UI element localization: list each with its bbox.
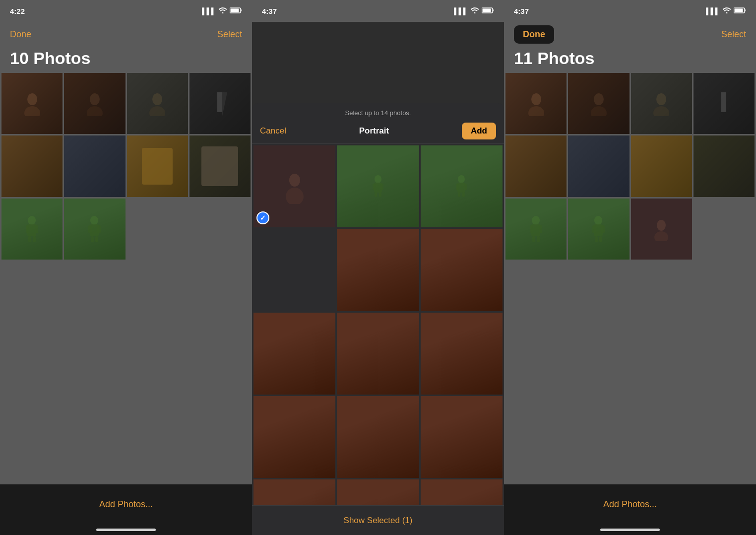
svg-rect-58 [592,225,596,233]
right-done-button[interactable]: Done [514,25,554,44]
show-selected-button[interactable]: Show Selected (1) [344,516,413,526]
svg-point-34 [458,175,465,183]
svg-rect-36 [456,184,459,190]
right-photo-9[interactable] [505,199,567,260]
middle-status-icons: ▌▌▌ [454,7,494,15]
svg-point-46 [591,106,607,116]
right-photo-11[interactable] [631,199,692,260]
right-home-bar [600,529,660,531]
svg-rect-13 [26,225,29,233]
svg-rect-22 [95,236,98,242]
right-status-icons: ▌▌▌ [706,7,746,15]
svg-point-11 [28,216,36,225]
left-photo-3[interactable] [127,73,188,134]
svg-rect-15 [28,236,31,242]
left-photo-10[interactable] [64,199,125,260]
svg-rect-38 [458,193,460,197]
sheet-photo-party-4[interactable] [337,313,419,395]
svg-marker-10 [222,92,227,116]
left-photo-8[interactable] [189,135,251,197]
svg-rect-52 [530,225,533,233]
left-phone-panel: 4:22 ▌▌▌ Done Select 10 Photos [0,0,252,535]
left-select-button[interactable]: Select [217,29,242,40]
sheet-photo-party-9[interactable] [253,479,335,505]
left-photo-7[interactable] [127,135,188,197]
svg-rect-54 [532,236,535,242]
svg-point-8 [149,106,165,116]
right-photo-8[interactable] [693,135,755,197]
svg-rect-20 [97,225,101,233]
svg-rect-42 [735,8,743,12]
svg-point-27 [286,188,304,204]
left-photo-5[interactable] [1,135,63,197]
sheet-photo-party-5[interactable] [421,313,503,395]
sheet-cancel-button[interactable]: Cancel [260,126,286,136]
svg-rect-39 [462,193,465,197]
right-status-bar: 4:37 ▌▌▌ [504,0,756,22]
right-photo-3[interactable] [631,73,692,134]
right-photo-5[interactable] [505,135,567,197]
svg-rect-1 [241,9,243,11]
left-done-button[interactable]: Done [10,29,31,40]
left-bottom-bar: Add Photos... [0,484,252,524]
sheet-photo-party-1[interactable] [337,229,419,311]
sheet-photo-party-8[interactable] [421,396,503,478]
right-add-photos-button[interactable]: Add Photos... [603,499,657,510]
left-time: 4:22 [10,7,25,15]
left-photo-6[interactable] [64,135,125,197]
middle-status-bar: 4:37 ▌▌▌ [252,0,504,22]
left-photo-4[interactable] [189,73,251,134]
svg-rect-37 [464,184,467,190]
sheet-photo-party-2[interactable] [421,229,503,311]
sheet-photo-portrait-tall[interactable] [253,145,335,227]
middle-wifi-icon [471,7,479,15]
sheet-title: Portrait [359,126,389,136]
left-status-icons: ▌▌▌ [202,7,242,15]
svg-point-47 [656,93,666,105]
left-add-photos-button[interactable]: Add Photos... [99,499,153,510]
middle-signal-icon: ▌▌▌ [454,7,468,15]
right-photo-7[interactable] [631,135,692,197]
svg-point-3 [27,93,37,105]
sheet-add-button[interactable]: Add [462,123,496,139]
right-time: 4:37 [514,7,529,15]
svg-rect-25 [483,8,491,12]
left-photo-9[interactable] [1,199,63,260]
right-select-button[interactable]: Select [721,29,746,40]
right-photo-1[interactable] [505,73,567,134]
sheet-action-bar: Cancel Portrait Add [252,121,504,144]
sheet-photo-party-11[interactable] [421,479,503,505]
sheet-photo-party-7[interactable] [337,396,419,478]
right-photo-10[interactable] [568,199,629,260]
svg-point-26 [289,174,300,187]
right-album-title: 11 Photos [504,47,756,73]
sheet-photo-hulk-2[interactable] [421,145,503,227]
svg-point-45 [594,93,604,105]
right-top-bar: Done Select [504,22,756,47]
photo-picker-sheet: Select up to 14 photos. Cancel Portrait … [252,103,504,535]
sheet-photo-hulk-1[interactable] [337,145,419,227]
left-photo-2[interactable] [64,73,125,134]
right-photo-4[interactable] [693,73,755,134]
svg-rect-14 [35,225,38,233]
sheet-photo-party-3[interactable] [253,313,335,395]
wifi-icon [219,7,227,15]
right-photo-grid [504,73,756,260]
svg-rect-16 [33,236,36,242]
svg-point-4 [24,106,40,116]
right-photo-6[interactable] [568,135,629,197]
signal-icon: ▌▌▌ [202,7,216,15]
left-photo-grid [0,73,252,260]
left-home-bar [96,529,156,531]
right-photo-2[interactable] [568,73,629,134]
sheet-photo-party-10[interactable] [337,479,419,505]
middle-phone-panel: 4:37 ▌▌▌ Select up to 14 photos. Cancel [252,0,504,535]
middle-battery-icon [482,7,494,15]
svg-rect-55 [537,236,540,242]
left-photo-1[interactable] [1,73,63,134]
svg-point-7 [152,93,162,105]
svg-rect-30 [373,184,376,190]
battery-icon [230,7,242,15]
svg-rect-33 [379,193,381,197]
sheet-photo-party-6[interactable] [253,396,335,478]
